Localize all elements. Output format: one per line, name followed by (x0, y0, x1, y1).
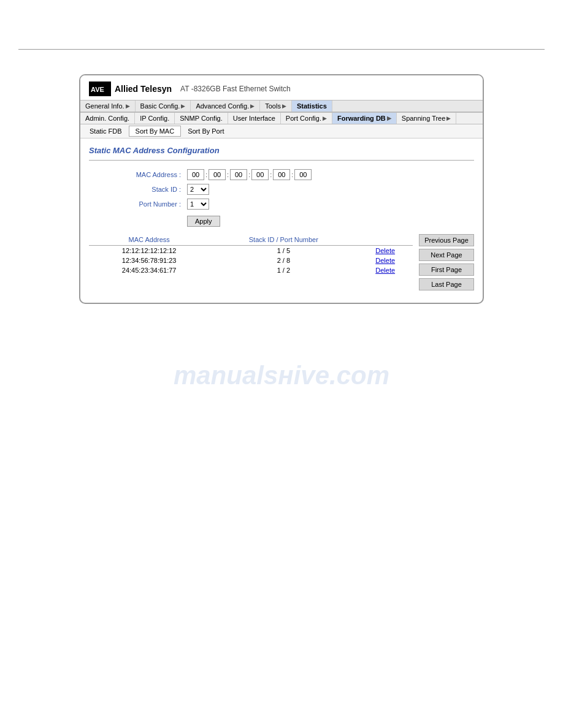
stack-port-value-1: 1 / 5 (209, 246, 358, 256)
stack-port-value-3: 1 / 2 (209, 265, 358, 275)
mac-sep-3: : (248, 171, 250, 178)
arrow-icon: ▶ (323, 115, 327, 121)
mac-sep-4: : (270, 171, 272, 178)
col-mac-address: MAC Address (89, 234, 209, 246)
nav-general-info[interactable]: General Info. ▶ (80, 100, 136, 112)
arrow-icon: ▶ (181, 103, 185, 109)
nav-admin-config[interactable]: Admin. Config. (80, 113, 135, 124)
port-number-row: Port Number : 1 2 3 4 5 6 7 8 (89, 199, 474, 210)
data-table-wrapper: MAC Address Stack ID / Port Number 12:12… (89, 234, 413, 290)
port-number-select[interactable]: 1 2 3 4 5 6 7 8 (187, 199, 209, 210)
mac-value-3: 24:45:23:34:61:77 (89, 265, 209, 275)
first-page-button[interactable]: First Page (419, 264, 474, 276)
sub-nav-row: Static FDB Sort By MAC Sort By Port (80, 124, 483, 138)
arrow-icon: ▶ (387, 115, 391, 121)
nav-advanced-config[interactable]: Advanced Config. ▶ (191, 100, 260, 112)
content-area: Static MAC Address Configuration MAC Add… (80, 138, 483, 295)
arrow-icon: ▶ (446, 115, 451, 121)
watermark: manualsнive.com (174, 361, 389, 390)
pagination-buttons: Previous Page Next Page First Page Last … (419, 234, 474, 290)
mac-octet-3[interactable] (230, 169, 247, 180)
port-number-label: Port Number : (89, 200, 187, 208)
nav-forwarding-db[interactable]: Forwarding DB ▶ (332, 113, 397, 124)
logo-text: Allied Telesyn (115, 84, 172, 94)
nav-tools[interactable]: Tools ▶ (260, 100, 292, 112)
mac-inputs: : : : : : (187, 169, 312, 180)
mac-octet-6[interactable] (294, 169, 312, 180)
delete-button-1[interactable]: Delete (358, 246, 413, 256)
table-section: MAC Address Stack ID / Port Number 12:12… (89, 234, 474, 290)
nav-port-config[interactable]: Port Config. ▶ (281, 113, 332, 124)
mac-table: MAC Address Stack ID / Port Number 12:12… (89, 234, 413, 275)
delete-button-3[interactable]: Delete (358, 265, 413, 275)
device-title: AT -8326GB Fast Ethernet Switch (180, 85, 291, 93)
mac-address-row: MAC Address : : : : : : (89, 169, 474, 180)
logo-box: AVE Allied Telesyn (89, 82, 172, 96)
col-stack-port: Stack ID / Port Number (209, 234, 358, 246)
mac-octet-4[interactable] (251, 169, 269, 180)
allied-telesyn-logo-icon: AVE (89, 82, 111, 96)
nav-ip-config[interactable]: IP Config. (135, 113, 175, 124)
mac-sep-1: : (205, 171, 207, 178)
stack-id-row: Stack ID : 1 2 3 4 (89, 184, 474, 195)
table-row: 24:45:23:34:61:77 1 / 2 Delete (89, 265, 413, 275)
stack-id-label: Stack ID : (89, 186, 187, 193)
mac-octet-2[interactable] (209, 169, 226, 180)
mac-sep-5: : (291, 171, 293, 178)
nav-spanning-tree[interactable]: Spanning Tree ▶ (397, 113, 457, 124)
nav-row-1: General Info. ▶ Basic Config. ▶ Advanced… (80, 100, 483, 112)
apply-button[interactable]: Apply (187, 216, 220, 227)
arrow-icon: ▶ (126, 103, 130, 109)
mac-octet-1[interactable] (187, 169, 204, 180)
sub-nav-sort-by-mac[interactable]: Sort By MAC (129, 126, 182, 137)
nav-snmp-config[interactable]: SNMP Config. (175, 113, 228, 124)
delete-button-2[interactable]: Delete (358, 256, 413, 265)
mac-address-label: MAC Address : (89, 171, 187, 178)
arrow-icon: ▶ (250, 103, 255, 109)
table-row: 12:34:56:78:91:23 2 / 8 Delete (89, 256, 413, 265)
table-row: 12:12:12:12:12:12 1 / 5 Delete (89, 246, 413, 256)
svg-text:AVE: AVE (91, 86, 104, 93)
device-frame: AVE Allied Telesyn AT -8326GB Fast Ether… (79, 74, 484, 304)
nav-statistics[interactable]: Statistics (292, 100, 332, 112)
stack-id-select[interactable]: 1 2 3 4 (187, 184, 209, 195)
mac-value-1: 12:12:12:12:12:12 (89, 246, 209, 256)
previous-page-button[interactable]: Previous Page (419, 234, 474, 246)
sub-nav-static-fdb[interactable]: Static FDB (83, 126, 129, 137)
nav-row-2: Admin. Config. IP Config. SNMP Config. U… (80, 112, 483, 124)
stack-port-value-2: 2 / 8 (209, 256, 358, 265)
mac-sep-2: : (227, 171, 229, 178)
nav-basic-config[interactable]: Basic Config. ▶ (136, 100, 191, 112)
mac-octet-5[interactable] (273, 169, 290, 180)
col-action (358, 234, 413, 246)
arrow-icon: ▶ (282, 103, 286, 109)
mac-value-2: 12:34:56:78:91:23 (89, 256, 209, 265)
section-title: Static MAC Address Configuration (89, 143, 474, 161)
device-header: AVE Allied Telesyn AT -8326GB Fast Ether… (80, 75, 483, 100)
nav-user-interface[interactable]: User Interface (228, 113, 281, 124)
sub-nav-sort-by-port[interactable]: Sort By Port (181, 126, 231, 137)
last-page-button[interactable]: Last Page (419, 278, 474, 290)
next-page-button[interactable]: Next Page (419, 249, 474, 261)
